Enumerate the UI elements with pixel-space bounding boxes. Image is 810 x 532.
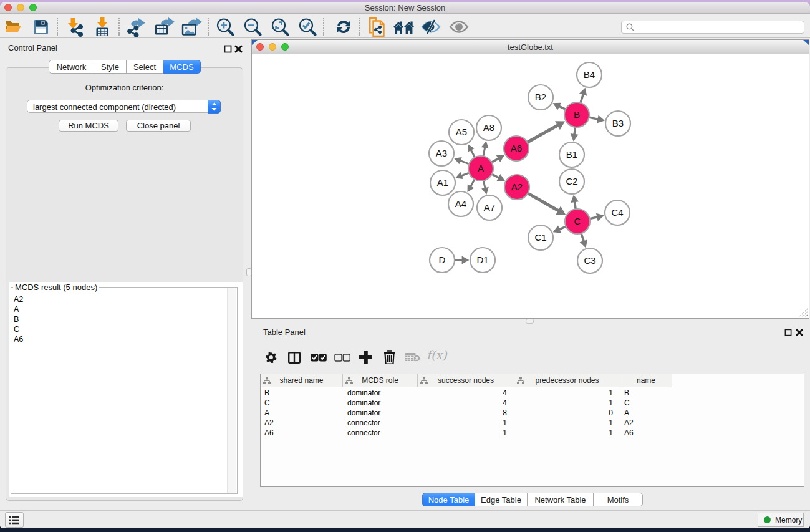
application-window: Session: New Session <box>0 2 810 528</box>
first-neighbors-button[interactable] <box>393 16 415 37</box>
control-panel-title: Control Panel <box>8 43 57 52</box>
plus-icon <box>359 350 373 364</box>
task-history-button[interactable] <box>5 512 24 528</box>
memory-status-icon <box>764 516 771 523</box>
cell-name: A <box>620 408 672 418</box>
mcds-result-item[interactable]: B <box>14 314 23 324</box>
run-mcds-button[interactable]: Run MCDS <box>59 120 118 132</box>
resize-grip-icon[interactable] <box>799 308 808 317</box>
mcds-result-item[interactable]: C <box>14 324 23 334</box>
edge-a2-c[interactable] <box>527 193 559 211</box>
edge-a6-b[interactable] <box>526 125 559 143</box>
zoom-selected-button[interactable] <box>297 16 318 37</box>
eye-icon <box>449 20 469 34</box>
delete-columns-button[interactable] <box>382 349 397 364</box>
table-row-c[interactable]: Cdominator41C <box>261 398 672 408</box>
select-all-button[interactable] <box>311 353 327 362</box>
tab-select[interactable]: Select <box>127 60 163 74</box>
hide-selected-button[interactable] <box>420 16 441 37</box>
toolbar-separator <box>118 18 120 36</box>
node-table: shared nameMCDS rolesuccessor nodesprede… <box>260 374 804 487</box>
clone-network-button[interactable] <box>366 16 387 37</box>
import-network-button[interactable] <box>64 16 85 37</box>
cell-shared-name: A6 <box>261 428 343 438</box>
show-all-button[interactable] <box>448 16 470 37</box>
mcds-result-scrollbar[interactable] <box>227 288 236 493</box>
tab-edge-table[interactable]: Edge Table <box>475 493 528 506</box>
delete-table-button[interactable] <box>404 352 420 362</box>
tab-motifs[interactable]: Motifs <box>594 493 643 506</box>
zoom-in-button[interactable] <box>215 16 236 37</box>
save-session-button[interactable] <box>30 16 51 37</box>
node-label-c4: C4 <box>611 207 623 218</box>
edge-arrowhead <box>571 195 579 203</box>
eye-slash-icon <box>421 19 441 35</box>
node-label-a2: A2 <box>511 181 523 192</box>
export-image-button[interactable] <box>181 16 202 37</box>
zoom-fit-button[interactable] <box>269 16 291 37</box>
mcds-panel: Optimization criterion: largest connecte… <box>6 67 243 501</box>
cell-shared-name: C <box>261 398 343 408</box>
criterion-dropdown[interactable]: largest connected component (directed) <box>27 100 221 113</box>
table-row-a2[interactable]: A2connector11A2 <box>261 418 672 428</box>
apply-layout-button[interactable] <box>333 16 354 37</box>
column-header-predecessor-nodes[interactable]: predecessor nodes <box>514 374 620 387</box>
node-label-b4: B4 <box>584 69 595 80</box>
tab-mcds[interactable]: MCDS <box>163 60 201 74</box>
float-panel-icon[interactable] <box>224 45 232 53</box>
split-panel-button[interactable] <box>287 351 301 364</box>
table-row-a6[interactable]: A6connector11A6 <box>261 428 672 438</box>
app-titlebar: Session: New Session <box>0 2 810 14</box>
tab-network[interactable]: Network <box>49 60 94 74</box>
memory-label: Memory <box>775 516 802 525</box>
edge-arrowhead <box>481 187 489 195</box>
column-header-successor-nodes[interactable]: successor nodes <box>418 374 514 387</box>
zoom-out-icon <box>243 17 262 36</box>
column-header-mcds-role[interactable]: MCDS role <box>343 374 418 387</box>
table-row-b[interactable]: Bdominator41B <box>261 388 672 398</box>
function-builder-button[interactable]: f(x) <box>427 348 447 362</box>
table-row-a[interactable]: Adominator80A <box>261 408 672 418</box>
node-label-d1: D1 <box>476 254 488 265</box>
deselect-all-button[interactable] <box>334 353 350 362</box>
mcds-result-list[interactable]: A2ABCA6 <box>14 294 23 344</box>
node-label-a8: A8 <box>483 122 494 133</box>
tab-style[interactable]: Style <box>94 60 127 74</box>
node-label-a6: A6 <box>511 143 522 153</box>
save-icon <box>33 19 49 35</box>
cell-name: B <box>620 388 672 398</box>
mcds-result-item[interactable]: A6 <box>14 334 23 344</box>
create-column-button[interactable] <box>358 349 373 364</box>
network-canvas[interactable]: AA1A2A3A4A5A6A7A8BB1B2B3B4CC1C2C3C4DD1 <box>252 54 809 318</box>
edge-arrowhead <box>597 115 605 123</box>
close-panel-icon[interactable] <box>234 45 243 53</box>
tab-node-table[interactable]: Node Table <box>422 493 475 506</box>
edge-arrowhead <box>462 256 470 264</box>
search-field[interactable] <box>621 21 804 34</box>
open-session-button[interactable] <box>2 16 24 37</box>
column-header-shared-name[interactable]: shared name <box>261 374 343 387</box>
search-input[interactable] <box>634 22 804 33</box>
memory-button[interactable]: Memory <box>758 513 804 527</box>
clone-network-icon <box>367 16 387 37</box>
export-network-button[interactable] <box>126 16 147 37</box>
status-bar: Memory <box>0 510 810 528</box>
close-table-panel-icon[interactable] <box>796 329 803 336</box>
horizontal-split-handle[interactable] <box>526 319 534 324</box>
mcds-result-container: MCDS result (5 nodes) A2ABCA6 <box>9 282 243 497</box>
column-settings-button[interactable] <box>264 351 278 364</box>
export-table-icon <box>153 16 175 37</box>
mcds-result-item[interactable]: A2 <box>14 294 23 304</box>
import-table-button[interactable] <box>92 16 113 37</box>
tab-network-table[interactable]: Network Table <box>528 493 594 506</box>
table-panel-tabs: Node TableEdge TableNetwork TableMotifs <box>422 493 643 506</box>
zoom-out-button[interactable] <box>242 16 263 37</box>
column-header-name[interactable]: name <box>620 374 672 387</box>
close-panel-button[interactable]: Close panel <box>126 120 191 132</box>
mcds-result-item[interactable]: A <box>14 304 23 314</box>
split-columns-icon <box>288 352 301 364</box>
node-label-a7: A7 <box>484 202 495 213</box>
cell-mcds-role: connector <box>343 428 418 438</box>
export-table-button[interactable] <box>153 16 175 37</box>
float-table-panel-icon[interactable] <box>784 329 792 336</box>
